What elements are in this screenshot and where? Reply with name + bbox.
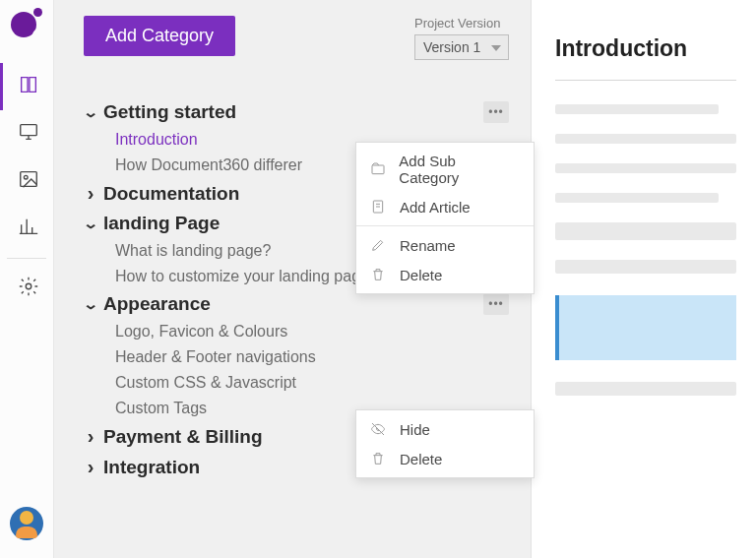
highlight-block bbox=[555, 295, 736, 360]
file-plus-icon bbox=[368, 198, 388, 216]
trash-icon bbox=[368, 450, 388, 467]
context-menu-category: Add Sub CategoryAdd ArticleRenameDelete bbox=[355, 142, 535, 294]
svg-rect-0 bbox=[20, 125, 36, 136]
trash-icon bbox=[368, 266, 388, 283]
add-category-button[interactable]: Add Category bbox=[84, 16, 235, 56]
rail-item-image[interactable] bbox=[0, 157, 54, 205]
version-label: Project Version bbox=[414, 16, 509, 31]
menu-item-label: Delete bbox=[400, 451, 442, 467]
menu-item-label: Add Sub Category bbox=[399, 153, 516, 186]
rail-item-analytics[interactable] bbox=[0, 205, 54, 252]
tree-panel: Add Category Project Version Version 1 ⌄… bbox=[54, 0, 531, 558]
placeholder-line bbox=[555, 163, 736, 173]
menu-item-rename[interactable]: Rename bbox=[356, 230, 534, 260]
book-icon bbox=[18, 74, 39, 99]
monitor-icon bbox=[18, 121, 39, 147]
pencil-icon bbox=[368, 236, 388, 254]
chevron-right-icon: › bbox=[84, 425, 97, 448]
category-label: Payment & Billing bbox=[103, 426, 263, 448]
article-row[interactable]: Header & Footer navigations bbox=[84, 344, 509, 370]
placeholder-line bbox=[555, 134, 736, 144]
menu-item-label: Hide bbox=[400, 421, 430, 438]
chevron-down-icon: ⌄ bbox=[81, 216, 100, 231]
gear-icon bbox=[18, 276, 39, 301]
svg-point-3 bbox=[26, 283, 32, 289]
chevron-right-icon: › bbox=[84, 182, 97, 205]
svg-rect-4 bbox=[372, 165, 384, 174]
category-label: Getting started bbox=[103, 101, 236, 123]
menu-separator bbox=[356, 225, 534, 226]
chart-icon bbox=[18, 216, 39, 241]
user-avatar[interactable] bbox=[10, 507, 43, 540]
page-title: Introduction bbox=[555, 35, 736, 62]
image-icon bbox=[18, 168, 39, 194]
menu-item-delete[interactable]: Delete bbox=[356, 444, 534, 473]
svg-rect-1 bbox=[20, 172, 36, 187]
article-row[interactable]: Logo, Favicon & Colours bbox=[84, 319, 509, 344]
menu-item-label: Delete bbox=[400, 267, 442, 283]
placeholder-line bbox=[555, 382, 736, 396]
menu-item-delete[interactable]: Delete bbox=[356, 260, 534, 289]
placeholder-line bbox=[555, 260, 736, 274]
menu-item-label: Rename bbox=[400, 237, 456, 254]
category-label: Appearance bbox=[103, 293, 211, 315]
menu-item-add-article[interactable]: Add Article bbox=[356, 192, 534, 221]
version-select[interactable]: Version 1 bbox=[414, 34, 509, 60]
placeholder-line bbox=[555, 222, 736, 240]
category-label: landing Page bbox=[103, 213, 220, 234]
category-label: Integration bbox=[103, 457, 200, 478]
rail-item-book[interactable] bbox=[0, 63, 54, 110]
app-logo bbox=[11, 8, 42, 39]
rail-item-settings[interactable] bbox=[0, 265, 54, 312]
chevron-down-icon: ⌄ bbox=[81, 104, 100, 120]
chevron-down-icon: ⌄ bbox=[81, 296, 100, 312]
category-row[interactable]: ⌄Getting started••• bbox=[84, 97, 509, 127]
placeholder-line bbox=[555, 193, 719, 203]
menu-item-hide[interactable]: Hide bbox=[356, 414, 534, 444]
folder-plus-icon bbox=[368, 160, 387, 178]
menu-item-label: Add Article bbox=[400, 199, 471, 216]
context-menu-article: HideDelete bbox=[355, 409, 535, 478]
nav-rail bbox=[0, 0, 54, 558]
eye-off-icon bbox=[368, 420, 388, 438]
menu-item-add-sub-category[interactable]: Add Sub Category bbox=[356, 147, 534, 192]
divider bbox=[555, 80, 736, 81]
content-panel: Introduction bbox=[531, 0, 756, 558]
category-more-button[interactable]: ••• bbox=[483, 293, 509, 315]
placeholder-line bbox=[555, 104, 719, 114]
chevron-right-icon: › bbox=[84, 456, 97, 478]
rail-item-monitor[interactable] bbox=[0, 110, 54, 157]
toolbar: Add Category Project Version Version 1 bbox=[84, 16, 509, 60]
article-row[interactable]: Custom CSS & Javascript bbox=[84, 370, 509, 396]
svg-point-2 bbox=[24, 175, 28, 179]
category-more-button[interactable]: ••• bbox=[483, 101, 509, 123]
category-label: Documentation bbox=[103, 183, 239, 205]
